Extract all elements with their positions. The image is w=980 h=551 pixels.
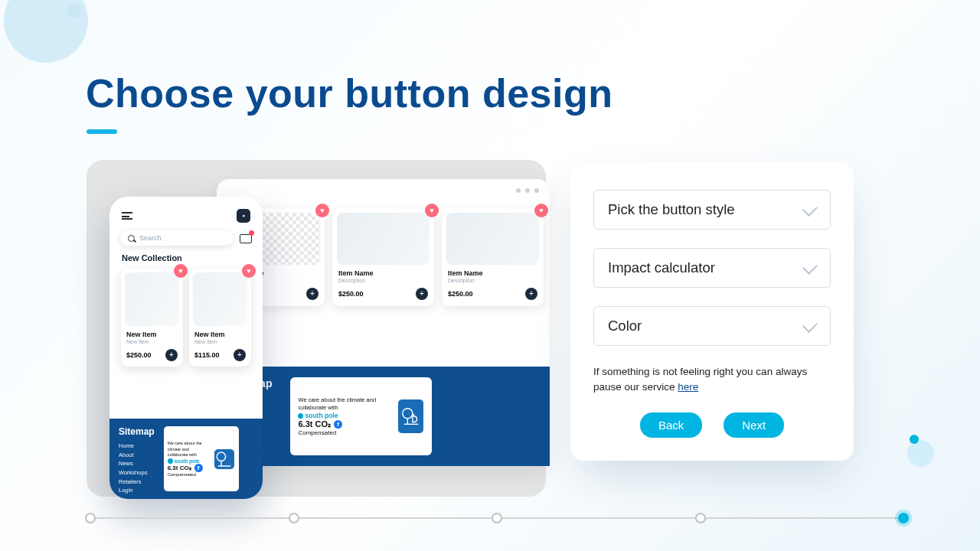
sitemap-title: Sitemap (119, 426, 155, 437)
chevron-down-icon (804, 206, 816, 214)
config-panel: Pick the button style Impact calculator … (570, 162, 854, 461)
dropdown-label: Impact calculator (608, 259, 715, 276)
svg-point-1 (217, 452, 225, 461)
product-card: ♥ Item Name Description $250.00+ (332, 208, 434, 306)
sitemap-links: HomeAboutNews WorkshopsRetailersLogin (119, 442, 155, 495)
heart-icon: ♥ (425, 204, 439, 217)
chevron-down-icon (804, 264, 816, 272)
next-button[interactable]: Next (724, 412, 784, 438)
menu-icon (122, 212, 132, 220)
add-icon: + (416, 288, 428, 300)
product-card: ♥ New Item New Item $115.00+ (189, 269, 251, 367)
page-title: Choose your button design (86, 70, 612, 116)
heart-icon: ♥ (242, 264, 256, 278)
heart-icon: ♥ (315, 204, 329, 217)
progress-track (90, 517, 903, 519)
facebook-icon: f (334, 420, 342, 429)
bg-circle (67, 4, 81, 18)
dropdown-color[interactable]: Color (593, 306, 831, 346)
cart-icon (240, 233, 252, 243)
help-text: If something is not feeling right you ca… (593, 364, 831, 396)
progress-step-active (898, 513, 909, 523)
add-icon: + (306, 288, 318, 300)
product-card: ♥ Item Name Description $250.00+ (442, 208, 544, 306)
facebook-icon: f (194, 464, 203, 472)
desktop-card-row: ♥ Item Name Description $250.00+ ♥ Item … (217, 202, 550, 306)
progress-step (289, 513, 299, 523)
avatar-icon: ▪ (237, 209, 250, 223)
heart-icon: ♥ (174, 264, 188, 278)
pause-link[interactable]: here (678, 381, 698, 393)
heart-icon: ♥ (534, 204, 548, 217)
search-input: Search (120, 230, 234, 246)
chevron-down-icon (804, 322, 816, 330)
add-icon: + (525, 288, 537, 300)
svg-point-0 (402, 409, 412, 419)
add-icon: + (234, 349, 246, 361)
desktop-footer: Sitemap HomeAboutNews WorkshopsRetailers… (217, 367, 550, 466)
title-accent (87, 129, 117, 134)
dropdown-impact-calculator[interactable]: Impact calculator (593, 248, 831, 288)
desktop-mock: ♥ Item Name Description $250.00+ ♥ Item … (217, 179, 550, 466)
tree-icon (214, 448, 235, 470)
product-card: ♥ New Item New Item $250.00+ (121, 269, 183, 367)
brand-name: south pole (298, 412, 389, 419)
window-controls (217, 179, 550, 202)
progress-step (695, 513, 706, 523)
search-icon (128, 235, 135, 242)
tree-icon (397, 399, 425, 434)
climate-badge: We care about the climate and collaborat… (290, 377, 432, 455)
progress-step (85, 513, 96, 523)
back-button[interactable]: Back (640, 412, 702, 438)
dropdown-button-style[interactable]: Pick the button style (593, 190, 831, 230)
progress-step (492, 513, 502, 523)
climate-badge: We care about the climate and collaborat… (164, 426, 239, 491)
preview-panel: ♥ Item Name Description $250.00+ ♥ Item … (87, 160, 546, 497)
dropdown-label: Color (608, 318, 642, 334)
phone-mock: ▪ Search New Collection ♥ New Item New I… (109, 197, 263, 499)
dropdown-label: Pick the button style (608, 201, 735, 218)
bg-circle (907, 440, 934, 467)
add-icon: + (165, 349, 178, 361)
phone-footer: Sitemap HomeAboutNews WorkshopsRetailers… (109, 419, 263, 499)
bg-circle (910, 435, 919, 444)
